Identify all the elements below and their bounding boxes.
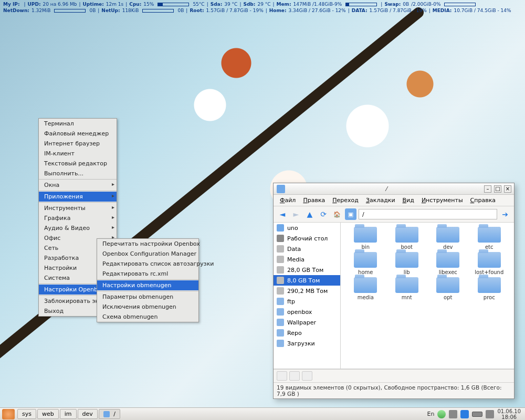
menubar-item[interactable]: Инструменты: [418, 196, 466, 205]
start-button[interactable]: [2, 409, 15, 419]
menubar-item[interactable]: Справка: [467, 196, 499, 205]
folder-icon[interactable]: home: [347, 252, 384, 275]
maximize-button[interactable]: □: [494, 185, 501, 193]
submenu-item[interactable]: Схема obmenugen: [97, 312, 198, 322]
desktop-switch-button[interactable]: web: [37, 409, 59, 419]
sidebar-item[interactable]: 290,2 MB Том: [274, 286, 340, 296]
menu-item[interactable]: Аудио & Видео: [39, 223, 117, 233]
sidebar-item-label: Data: [287, 246, 301, 253]
volume-icon[interactable]: [437, 410, 446, 418]
display-icon[interactable]: [449, 410, 457, 418]
sidebar-item[interactable]: 8,0 GB Том: [274, 275, 340, 286]
sidebar-item[interactable]: ftp: [274, 296, 340, 307]
sidebar-item-label: Media: [287, 256, 304, 263]
menubar-item[interactable]: Вид: [400, 196, 417, 205]
desktop-switch-button[interactable]: dev: [78, 409, 98, 419]
menubar-item[interactable]: Файл: [277, 196, 299, 205]
sidebar-item[interactable]: Repo: [274, 328, 340, 338]
folder-icon[interactable]: dev: [429, 227, 467, 250]
nav-up-button[interactable]: ▲: [304, 208, 316, 220]
sidebar-item-label: 290,2 MB Том: [287, 288, 328, 295]
menubar-item[interactable]: Переход: [329, 196, 362, 205]
menu-item[interactable]: Текстовый редактор: [39, 159, 117, 169]
menu-item[interactable]: Файловый менеджер: [39, 129, 117, 139]
sidebar-item[interactable]: Media: [274, 254, 340, 265]
view-bookmarks-button[interactable]: [289, 371, 300, 381]
place-icon: [277, 266, 284, 274]
computer-button[interactable]: ▣: [345, 208, 356, 220]
folder-icon-view[interactable]: binbootdevetchomeliblibexeclost+foundmed…: [341, 223, 514, 369]
taskbar-clock[interactable]: 01.06.1018:06: [497, 408, 521, 420]
menu-item[interactable]: Выполнить...: [39, 169, 117, 178]
nav-back-button[interactable]: ◄: [277, 208, 288, 220]
reload-button[interactable]: ⟳: [318, 208, 329, 220]
sidebar-item[interactable]: 28,0 GB Том: [274, 265, 340, 275]
tray-app-icon[interactable]: [486, 410, 494, 418]
submenu-item[interactable]: Исключения obmenugen: [97, 302, 198, 312]
folder-icon[interactable]: lost+found: [471, 252, 508, 275]
place-icon: [277, 256, 284, 263]
place-icon: [277, 340, 284, 347]
folder-icon[interactable]: bin: [347, 227, 384, 250]
submenu-item[interactable]: Openbox Configuration Manager: [97, 249, 198, 259]
status-bar: 19 видимых элементов (0 скрытых), Свобод…: [274, 382, 514, 398]
folder-icon[interactable]: libexec: [429, 252, 467, 275]
sidebar-item[interactable]: openbox: [274, 307, 340, 317]
menu-item[interactable]: Окна: [39, 180, 117, 190]
submenu-item[interactable]: Настройки obmenugen: [97, 280, 198, 290]
system-tray: En 01.06.1018:06: [423, 408, 525, 420]
sidebar-item[interactable]: Загрузки: [274, 338, 340, 349]
folder-glyph-icon: [436, 227, 459, 243]
minimize-button[interactable]: –: [484, 185, 491, 193]
go-button[interactable]: ➔: [499, 208, 511, 220]
folder-glyph-icon: [354, 252, 377, 268]
menubar-item[interactable]: Правка: [300, 196, 328, 205]
menu-item[interactable]: Инструменты: [39, 203, 117, 213]
sidebar-item[interactable]: Рабочий стол: [274, 233, 340, 244]
folder-glyph-icon: [436, 252, 459, 268]
submenu-item[interactable]: Перечитать настройки Openbox: [97, 239, 198, 249]
bluetooth-icon[interactable]: [460, 410, 469, 418]
sidebar-item[interactable]: Data: [274, 244, 340, 254]
sidebar-item-label: 8,0 GB Том: [287, 277, 320, 284]
submenu-item[interactable]: Редактировать rc.xml: [97, 269, 198, 279]
keyboard-layout-indicator[interactable]: En: [427, 411, 435, 417]
battery-icon[interactable]: [472, 412, 482, 417]
view-disk-button[interactable]: [277, 371, 287, 381]
menu-item[interactable]: Графика: [39, 213, 117, 223]
nav-forward-button[interactable]: ►: [290, 208, 302, 220]
menu-item[interactable]: Интернет браузер: [39, 139, 117, 149]
folder-icon[interactable]: boot: [388, 227, 426, 250]
system-monitor-bar: My IP: | UPD:20 на 6.96 Mb | Uptime:12m …: [0, 0, 525, 15]
menubar-item[interactable]: Закладки: [363, 196, 398, 205]
desktop-switch-button[interactable]: im: [60, 409, 77, 419]
menu-item[interactable]: Терминал: [39, 119, 117, 129]
desktop-switch-button[interactable]: sys: [17, 409, 36, 419]
folder-icon[interactable]: lib: [388, 252, 426, 275]
menu-item[interactable]: IM-клиент: [39, 149, 117, 159]
folder-glyph-icon: [395, 227, 418, 243]
folder-label: mnt: [402, 295, 412, 300]
home-button[interactable]: 🏠: [331, 208, 343, 220]
folder-label: proc: [484, 295, 495, 300]
view-tree-button[interactable]: [302, 371, 312, 381]
folder-icon[interactable]: opt: [429, 277, 467, 300]
sidebar-item-label: Repo: [287, 330, 302, 337]
folder-icon[interactable]: media: [347, 277, 384, 300]
sidebar-item[interactable]: Wallpaper: [274, 317, 340, 328]
submenu-item[interactable]: Параметры obmenugen: [97, 292, 198, 302]
menu-item[interactable]: Приложения: [39, 192, 117, 202]
folder-icon[interactable]: mnt: [388, 277, 426, 300]
sidebar-item[interactable]: uno: [274, 223, 340, 233]
path-input[interactable]: [359, 209, 497, 219]
window-titlebar[interactable]: / – □ ×: [274, 183, 514, 195]
folder-icon[interactable]: proc: [471, 277, 508, 300]
taskbar-window-entry[interactable]: /: [99, 409, 120, 419]
submenu-item[interactable]: Редактировать список автозагрузки: [97, 259, 198, 269]
folder-glyph-icon: [395, 252, 418, 268]
folder-icon[interactable]: etc: [471, 227, 508, 250]
close-button[interactable]: ×: [504, 185, 511, 193]
sidebar-item-label: Рабочий стол: [287, 235, 328, 242]
folder-glyph-icon: [395, 277, 418, 293]
sidebar-item-label: openbox: [287, 309, 312, 316]
